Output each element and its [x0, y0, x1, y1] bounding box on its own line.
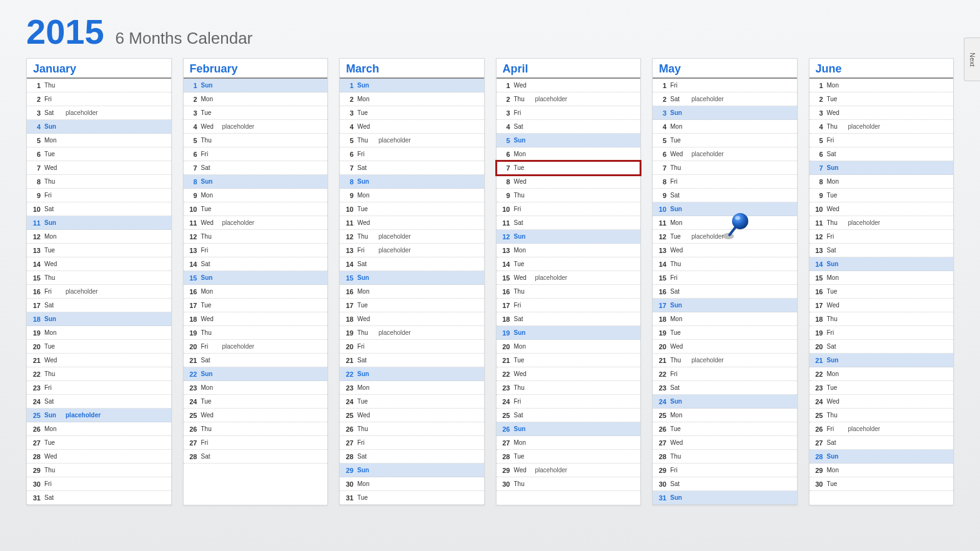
day-row[interactable]: 5Thuplaceholder: [340, 134, 484, 147]
day-row[interactable]: 24Tue: [340, 395, 484, 409]
day-row[interactable]: 14Sat: [184, 257, 328, 271]
day-row[interactable]: 15Mon: [809, 271, 954, 285]
day-row[interactable]: 12Mon: [27, 230, 171, 244]
day-row[interactable]: 14Wed: [27, 257, 171, 271]
day-row[interactable]: 28Sat: [184, 450, 328, 464]
day-row[interactable]: 1Wed: [497, 79, 641, 92]
day-row[interactable]: 25Sunplaceholder: [27, 409, 171, 422]
day-row[interactable]: 14Sun: [809, 257, 954, 271]
day-row[interactable]: 10Wed: [809, 202, 954, 216]
day-row[interactable]: 13Tue: [27, 244, 171, 257]
day-row[interactable]: 22Sun: [184, 367, 328, 381]
day-row[interactable]: 14Sat: [340, 257, 484, 271]
day-row[interactable]: 26Tue: [653, 422, 797, 436]
day-row[interactable]: 27Tue: [27, 436, 171, 450]
day-row[interactable]: 13Mon: [497, 244, 641, 257]
day-row[interactable]: 14Thu: [653, 257, 797, 271]
day-row[interactable]: 30Thu: [497, 477, 641, 491]
day-row[interactable]: 23Mon: [184, 381, 328, 395]
day-row[interactable]: 21Sat: [184, 354, 328, 367]
day-row[interactable]: 3Tue: [340, 106, 484, 120]
day-row[interactable]: 15Wedplaceholder: [497, 271, 641, 285]
day-row[interactable]: 13Wed: [653, 244, 797, 257]
day-row[interactable]: 4Wedplaceholder: [184, 120, 328, 134]
day-row[interactable]: 7Wed: [27, 161, 171, 175]
day-row[interactable]: 22Fri: [653, 367, 797, 381]
day-row[interactable]: 10Tue: [184, 202, 328, 216]
day-row[interactable]: 10Sun: [653, 202, 797, 216]
day-row[interactable]: 21Tue: [497, 354, 641, 367]
day-row[interactable]: 23Mon: [340, 381, 484, 395]
day-row[interactable]: 16Mon: [340, 285, 484, 299]
day-row[interactable]: 22Thu: [27, 367, 171, 381]
day-row[interactable]: 19Sun: [497, 326, 641, 340]
day-row[interactable]: 12Thuplaceholder: [340, 230, 484, 244]
day-row[interactable]: 8Thu: [27, 175, 171, 189]
day-row[interactable]: 3Tue: [184, 106, 328, 120]
day-row[interactable]: 8Mon: [809, 175, 954, 189]
day-row[interactable]: 29Sun: [340, 464, 484, 477]
day-row[interactable]: 9Mon: [184, 189, 328, 202]
day-row[interactable]: 19Fri: [809, 326, 954, 340]
day-row[interactable]: 26Thu: [340, 422, 484, 436]
day-row[interactable]: 15Thu: [27, 271, 171, 285]
day-row[interactable]: 9Sat: [653, 189, 797, 202]
day-row[interactable]: 17Tue: [340, 299, 484, 312]
day-row[interactable]: 26Mon: [27, 422, 171, 436]
day-row[interactable]: 6Wedplaceholder: [653, 147, 797, 161]
day-row[interactable]: 28Sun: [809, 450, 954, 464]
day-row[interactable]: 27Sat: [809, 436, 954, 450]
day-row[interactable]: 17Fri: [497, 299, 641, 312]
day-row[interactable]: 6Tue: [27, 147, 171, 161]
day-row[interactable]: 11Sat: [497, 216, 641, 230]
next-button[interactable]: Next: [964, 37, 980, 81]
day-row[interactable]: 16Sat: [653, 285, 797, 299]
day-row[interactable]: 12Tueplaceholder: [653, 230, 797, 244]
day-row[interactable]: 22Sun: [340, 367, 484, 381]
day-row[interactable]: 25Wed: [340, 409, 484, 422]
day-row[interactable]: 13Friplaceholder: [340, 244, 484, 257]
day-row[interactable]: 16Thu: [497, 285, 641, 299]
day-row[interactable]: 21Thuplaceholder: [653, 354, 797, 367]
day-row[interactable]: 27Fri: [340, 436, 484, 450]
day-row[interactable]: 11Mon: [653, 216, 797, 230]
day-row[interactable]: 8Sun: [340, 175, 484, 189]
day-row[interactable]: 10Sat: [27, 202, 171, 216]
day-row[interactable]: 16Tue: [809, 285, 954, 299]
day-row[interactable]: 2Fri: [27, 92, 171, 106]
day-row[interactable]: 28Sat: [340, 450, 484, 464]
day-row[interactable]: 26Thu: [184, 422, 328, 436]
day-row[interactable]: 24Sun: [653, 395, 797, 409]
day-row[interactable]: 10Fri: [497, 202, 641, 216]
day-row[interactable]: 24Fri: [497, 395, 641, 409]
day-row[interactable]: 5Sun: [497, 134, 641, 147]
day-row[interactable]: 9Thu: [497, 189, 641, 202]
day-row[interactable]: 20Friplaceholder: [184, 340, 328, 354]
day-row[interactable]: 25Mon: [653, 409, 797, 422]
day-row[interactable]: 29Thu: [27, 464, 171, 477]
day-row[interactable]: 7Sat: [340, 161, 484, 175]
day-row[interactable]: 30Fri: [27, 477, 171, 491]
day-row[interactable]: 4Thuplaceholder: [809, 120, 954, 134]
day-row[interactable]: 23Tue: [809, 381, 954, 395]
day-row[interactable]: 17Sat: [27, 299, 171, 312]
day-row[interactable]: 5Fri: [809, 134, 954, 147]
day-row[interactable]: 31Sun: [653, 491, 797, 505]
day-row[interactable]: 28Tue: [497, 450, 641, 464]
day-row[interactable]: 2Thuplaceholder: [497, 92, 641, 106]
day-row[interactable]: 12Sun: [497, 230, 641, 244]
day-row[interactable]: 23Fri: [27, 381, 171, 395]
day-row[interactable]: 18Mon: [653, 312, 797, 326]
day-row[interactable]: 23Sat: [653, 381, 797, 395]
day-row[interactable]: 30Mon: [340, 477, 484, 491]
day-row[interactable]: 16Mon: [184, 285, 328, 299]
day-row[interactable]: 29Mon: [809, 464, 954, 477]
day-row[interactable]: 6Mon: [497, 147, 641, 161]
day-row[interactable]: 2Satplaceholder: [653, 92, 797, 106]
day-row[interactable]: 15Sun: [340, 271, 484, 285]
day-row[interactable]: 3Sun: [653, 106, 797, 120]
day-row[interactable]: 1Sun: [184, 79, 328, 92]
day-row[interactable]: 2Mon: [340, 92, 484, 106]
day-row[interactable]: 18Thu: [809, 312, 954, 326]
day-row[interactable]: 13Fri: [184, 244, 328, 257]
